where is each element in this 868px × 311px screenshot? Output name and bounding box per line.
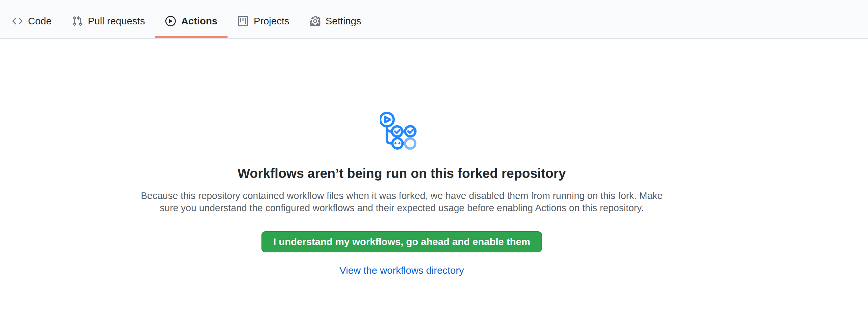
project-icon [238, 16, 248, 26]
tab-projects[interactable]: Projects [227, 0, 299, 38]
tab-settings[interactable]: Settings [300, 0, 371, 38]
tab-actions[interactable]: Actions [155, 0, 227, 38]
workflows-link-row: View the workflows directory [0, 252, 803, 276]
git-pull-request-icon [72, 16, 83, 26]
enable-button-row: I understand my workflows, go ahead and … [0, 214, 803, 252]
tab-pull-requests[interactable]: Pull requests [62, 0, 155, 38]
workflow-graph-icon [380, 111, 424, 150]
blankslate-description: Because this repository contained workfl… [132, 190, 672, 214]
code-icon [12, 16, 23, 26]
tab-code-label: Code [28, 16, 52, 26]
active-tab-underline [155, 36, 227, 38]
tab-projects-label: Projects [253, 16, 289, 26]
content-column: Workflows aren’t being run on this forke… [0, 39, 803, 276]
blankslate-heading: Workflows aren’t being run on this forke… [0, 165, 803, 181]
gear-icon [310, 16, 320, 26]
tab-settings-label: Settings [326, 16, 361, 26]
actions-blankslate: Workflows aren’t being run on this forke… [0, 39, 868, 276]
enable-workflows-button[interactable]: I understand my workflows, go ahead and … [261, 231, 542, 252]
repo-tab-nav: Code Pull requests Actions Projects Sett… [0, 0, 868, 39]
tab-pull-requests-label: Pull requests [88, 16, 145, 26]
play-icon [165, 16, 176, 26]
view-workflows-directory-link[interactable]: View the workflows directory [340, 265, 464, 276]
tab-actions-label: Actions [181, 16, 217, 26]
tab-code[interactable]: Code [2, 0, 62, 38]
